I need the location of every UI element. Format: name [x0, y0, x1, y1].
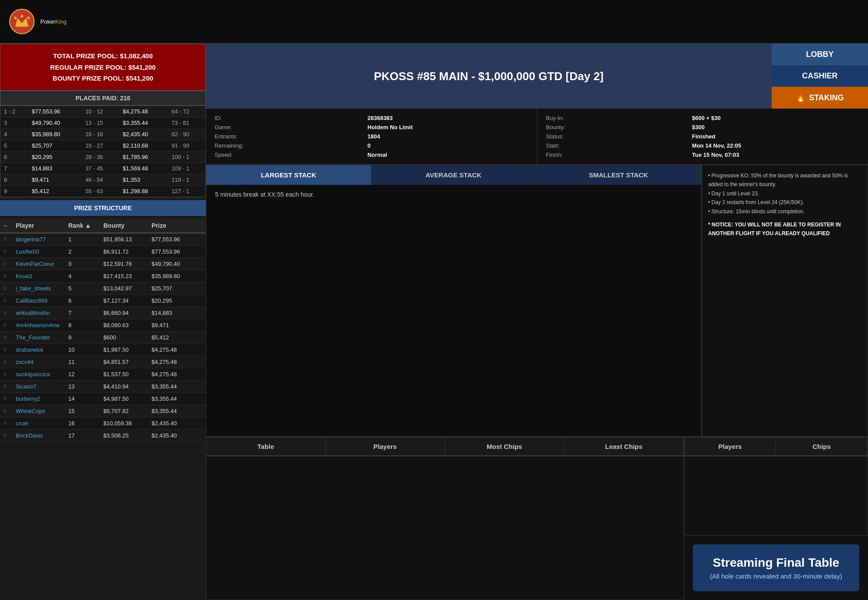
logo-king: King	[55, 18, 67, 25]
player-name[interactable]: Sicario7	[16, 383, 68, 390]
player-rank: 2	[68, 248, 103, 255]
action-buttons: LOBBY CASHIER 🔥 STAKING	[772, 44, 868, 109]
player-bounty: $6,707.82	[103, 408, 152, 414]
tournament-title: PKOSS #85 MAIN - $1,000,000 GTD [Day 2]	[374, 70, 604, 83]
note-item: • Day 2 restarts from Level 24 (25K/50K)…	[708, 198, 861, 207]
player-bounty: $17,415.23	[103, 273, 152, 279]
player-prize: $3,355.44	[152, 383, 200, 390]
player-rank: 4	[68, 273, 103, 279]
svg-point-4	[27, 17, 30, 19]
finish-value: Tue 15 Nov, 07:03	[692, 152, 859, 158]
game-label: Game:	[215, 124, 359, 131]
cashier-button[interactable]: CASHIER	[772, 65, 868, 87]
id-label: ID:	[215, 115, 359, 121]
player-prize: $77,553.96	[152, 248, 200, 255]
prize-table: 1 - 2$77,553.9610 - 12$4,275.4864 - 723$…	[0, 106, 206, 198]
player-list-header: ← Player Rank ▲ Bounty Prize	[0, 219, 206, 233]
player-row: ☆suckitpanzica12$1,537.50$4,275.48	[0, 368, 206, 381]
remaining-value: 0	[367, 142, 528, 149]
player-name[interactable]: BrickDavis	[16, 432, 68, 439]
flame-icon: 🔥	[796, 93, 805, 102]
lobby-button[interactable]: LOBBY	[772, 44, 868, 65]
player-rank: 10	[68, 346, 103, 353]
player-name[interactable]: cruel	[16, 420, 68, 427]
player-row: ☆4m4nhasnon4me8$8,090.63$9,471	[0, 319, 206, 332]
table-body-area	[206, 456, 684, 535]
star-icon: ☆	[3, 285, 16, 292]
player-prize: $77,553.96	[152, 236, 200, 243]
left-panel: TOTAL PRIZE POOL: $1,082,400 REGULAR PRI…	[0, 44, 206, 600]
average-stack-tab[interactable]: AVERAGE STACK	[371, 165, 536, 185]
player-name[interactable]: Kroat1	[16, 273, 68, 279]
player-name[interactable]: i_take_sheets	[16, 285, 68, 292]
right-area: Players Chips Streaming Final Table (All…	[684, 437, 868, 600]
finish-label: Finish:	[546, 152, 684, 158]
player-prize: $3,355.44	[152, 395, 200, 402]
player-prize: $14,883	[152, 310, 200, 316]
star-icon: ☆	[3, 432, 16, 439]
prize-table-row: 7$14,88337 - 45$1,569.48109 - 1	[0, 162, 205, 174]
player-prize: $4,275.48	[152, 371, 200, 378]
player-name[interactable]: WhineCops	[16, 408, 68, 414]
player-name[interactable]: The_Founder	[16, 334, 68, 341]
player-prize: $20,295	[152, 297, 200, 304]
player-name[interactable]: Luxifer03	[16, 248, 68, 255]
largest-stack-tab[interactable]: LARGEST STACK	[206, 165, 371, 185]
svg-point-0	[10, 9, 34, 34]
prize-structure-button[interactable]: PRIZE STRUCTURE	[0, 200, 206, 216]
prize-table-row: 6$20,29528 - 36$1,785.96100 - 1	[0, 151, 205, 162]
player-name[interactable]: whtsallthisthn	[16, 310, 68, 316]
col-player: Player	[16, 222, 68, 229]
player-row: ☆The_Founder9$600$5,412	[0, 332, 206, 344]
player-row: ☆cruel16$10,059.38$2,435.40	[0, 417, 206, 430]
player-rank: 5	[68, 285, 103, 292]
streaming-title: Streaming Final Table	[704, 556, 848, 570]
player-row: ☆whtsallthisthn7$6,660.94$14,883	[0, 307, 206, 319]
bounty-label: Bounty:	[546, 124, 684, 131]
player-row: ☆zxcv4411$4,851.57$4,275.48	[0, 356, 206, 368]
player-rank: 6	[68, 297, 103, 304]
player-row: ☆CallBasz8666$7,127.34$20,295	[0, 295, 206, 307]
player-bounty: $4,851.57	[103, 359, 152, 365]
player-name[interactable]: tangerina77	[16, 236, 68, 243]
entrants-value: 1804	[367, 133, 528, 140]
right-panel: PKOSS #85 MAIN - $1,000,000 GTD [Day 2] …	[206, 44, 868, 600]
player-prize: $4,275.48	[152, 359, 200, 365]
player-name[interactable]: suckitpanzica	[16, 371, 68, 378]
table-header: Table Players Most Chips Least Chips	[206, 438, 684, 456]
star-icon: ☆	[3, 383, 16, 390]
player-name[interactable]: drabarwick	[16, 346, 68, 353]
start-value: Mon 14 Nov, 22:05	[692, 142, 859, 149]
tournament-title-area: PKOSS #85 MAIN - $1,000,000 GTD [Day 2]	[206, 44, 772, 109]
total-prize-pool: TOTAL PRIZE POOL: $1,082,400	[5, 50, 201, 62]
player-row: ☆drabarwick10$1,987.50$4,275.48	[0, 344, 206, 356]
staking-button[interactable]: 🔥 STAKING	[772, 87, 868, 109]
player-bounty: $12,591.78	[103, 261, 152, 267]
star-icon: ☆	[3, 346, 16, 353]
player-name[interactable]: 4m4nhasnon4me	[16, 322, 68, 328]
col-prize: Prize	[152, 222, 200, 229]
col-icon: ←	[3, 222, 16, 229]
player-name[interactable]: burberry2	[16, 395, 68, 402]
right-col-players: Players	[685, 438, 776, 455]
table-col-players: Players	[326, 438, 445, 455]
player-rank: 9	[68, 334, 103, 341]
speed-value: Normal	[367, 152, 528, 158]
player-rank: 7	[68, 310, 103, 316]
player-name[interactable]: zxcv44	[16, 359, 68, 365]
note-item: • Structure: 15min blinds until completi…	[708, 207, 861, 216]
player-rank: 13	[68, 383, 103, 390]
player-name[interactable]: CallBasz866	[16, 297, 68, 304]
prize-table-row: 1 - 2$77,553.9610 - 12$4,275.4864 - 72	[0, 106, 205, 117]
streaming-area: Streaming Final Table (All hole cards re…	[684, 536, 868, 600]
smallest-stack-tab[interactable]: SMALLEST STACK	[536, 165, 701, 185]
info-left: ID: 28368383 Game: Holdem No Limit Entra…	[206, 109, 537, 164]
player-row: ☆i_take_sheets5$13,042.97$25,707	[0, 282, 206, 295]
player-name[interactable]: KevinParCoeur	[16, 261, 68, 267]
prize-pool-header: TOTAL PRIZE POOL: $1,082,400 REGULAR PRI…	[0, 44, 206, 91]
stacks-tabs: LARGEST STACK AVERAGE STACK SMALLEST STA…	[206, 165, 701, 185]
player-bounty: $51,956.13	[103, 236, 152, 243]
places-paid-text: PLACES PAID: 216	[76, 95, 131, 102]
table-panel: Table Players Most Chips Least Chips	[206, 437, 684, 600]
tournament-info-row: ID: 28368383 Game: Holdem No Limit Entra…	[206, 109, 868, 165]
